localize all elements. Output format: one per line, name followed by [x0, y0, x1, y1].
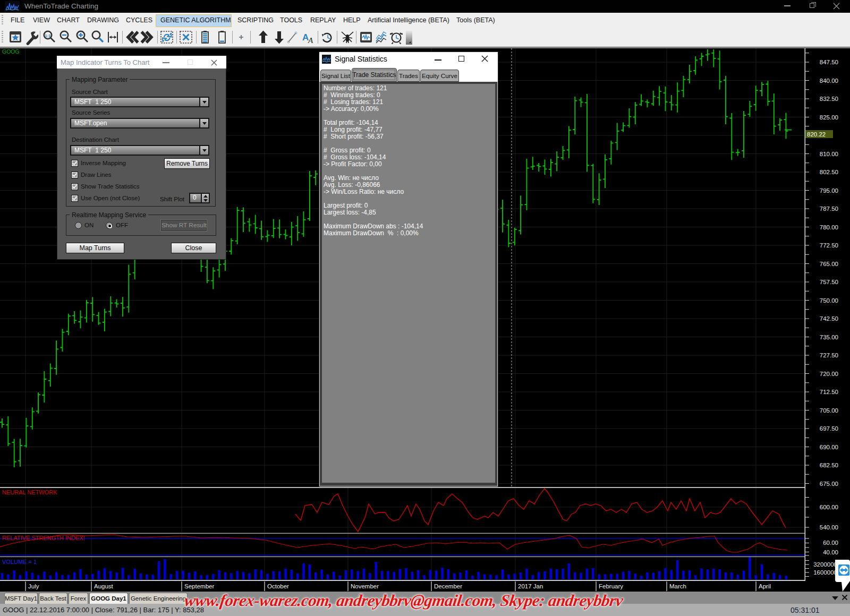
svg-text:40.00: 40.00: [823, 549, 838, 555]
svg-text:847.50: 847.50: [820, 59, 838, 65]
svg-text:727.50: 727.50: [820, 352, 838, 358]
svg-text:832.50: 832.50: [820, 96, 838, 102]
svg-text:July: July: [28, 583, 39, 589]
svg-text:540.00: 540.00: [820, 524, 838, 531]
svg-text:712.50: 712.50: [820, 389, 838, 395]
svg-text:735.00: 735.00: [820, 334, 838, 340]
svg-text:802.50: 802.50: [820, 169, 838, 175]
svg-text:750.00: 750.00: [820, 297, 838, 304]
svg-text:690.00: 690.00: [820, 444, 838, 450]
svg-text:795.00: 795.00: [820, 187, 838, 194]
svg-text:675.00: 675.00: [820, 481, 838, 487]
svg-text:April: April: [759, 583, 771, 589]
svg-text:705.00: 705.00: [820, 407, 838, 414]
svg-text:825.00: 825.00: [820, 114, 838, 121]
svg-text:November: November: [351, 583, 379, 589]
svg-text:720.00: 720.00: [820, 371, 838, 377]
svg-text:600.00: 600.00: [820, 504, 838, 510]
svg-text:780.00: 780.00: [820, 224, 838, 230]
svg-text:September: September: [184, 583, 214, 589]
svg-text:October: October: [267, 583, 289, 589]
svg-text:60.00: 60.00: [823, 540, 838, 546]
svg-text:697.50: 697.50: [820, 425, 838, 432]
svg-text:December: December: [434, 583, 462, 589]
svg-text:765.00: 765.00: [820, 261, 838, 267]
svg-text:NEURAL NETWORK: NEURAL NETWORK: [2, 489, 57, 495]
svg-text:840.00: 840.00: [820, 78, 838, 84]
svg-text:772.50: 772.50: [820, 242, 838, 249]
svg-text:GOOG: GOOG: [2, 48, 20, 55]
svg-text:742.50: 742.50: [820, 315, 838, 322]
svg-text:682.50: 682.50: [820, 462, 838, 468]
svg-text:February: February: [599, 583, 623, 589]
svg-text:RELATIVE STRENGTH INDEX!: RELATIVE STRENGTH INDEX!: [2, 535, 85, 541]
svg-text:March: March: [669, 583, 686, 589]
svg-text:757.50: 757.50: [820, 279, 838, 285]
svg-text:2017 Jan: 2017 Jan: [518, 583, 543, 589]
svg-text:820.22: 820.22: [807, 131, 826, 138]
svg-text:810.00: 810.00: [820, 151, 838, 157]
svg-text:787.50: 787.50: [820, 206, 838, 212]
svg-text:August: August: [94, 583, 114, 589]
svg-text:VOLUME = 1: VOLUME = 1: [2, 559, 37, 565]
